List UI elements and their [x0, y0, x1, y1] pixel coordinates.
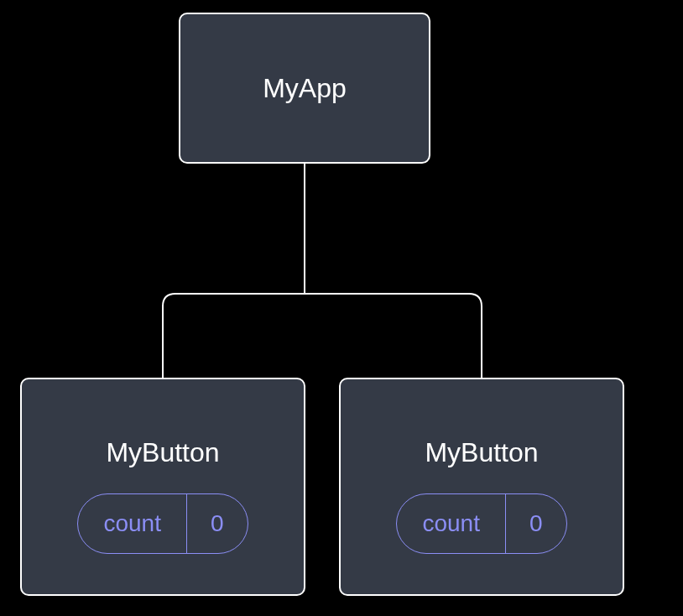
node-mybutton-right: MyButton count 0: [339, 378, 624, 596]
node-myapp-label: MyApp: [263, 73, 347, 104]
state-value-right: 0: [506, 494, 566, 553]
state-value-left: 0: [187, 494, 248, 553]
state-pill-left: count 0: [77, 493, 248, 554]
node-myapp: MyApp: [179, 13, 430, 164]
node-mybutton-left: MyButton count 0: [20, 378, 305, 596]
state-name-right: count: [397, 494, 506, 553]
node-mybutton-right-label: MyButton: [425, 437, 538, 468]
node-mybutton-left-label: MyButton: [106, 437, 219, 468]
state-pill-right: count 0: [396, 493, 566, 554]
state-name-left: count: [78, 494, 187, 553]
